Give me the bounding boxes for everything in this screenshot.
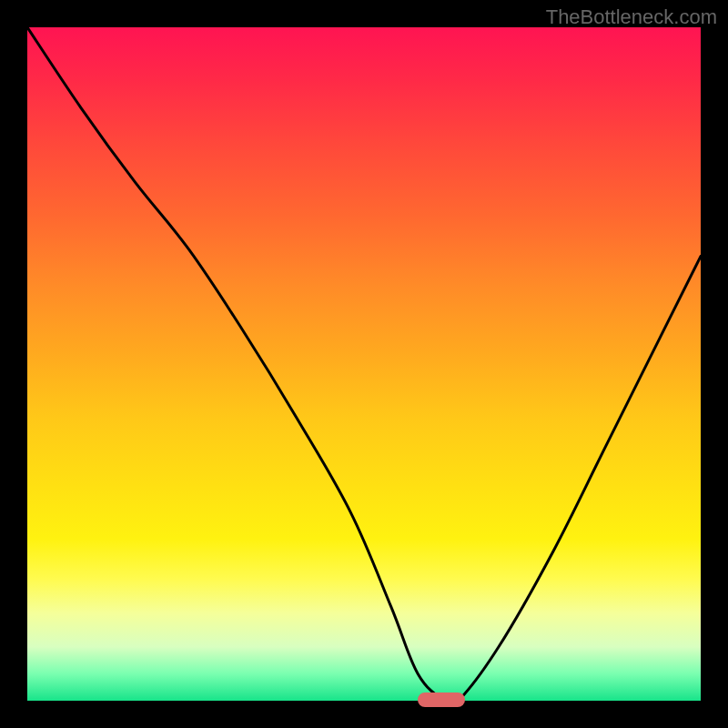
chart-plot-area <box>27 27 701 701</box>
bottleneck-curve <box>27 27 701 701</box>
optimal-range-marker <box>418 693 465 707</box>
watermark-text: TheBottleneck.com <box>546 5 717 29</box>
